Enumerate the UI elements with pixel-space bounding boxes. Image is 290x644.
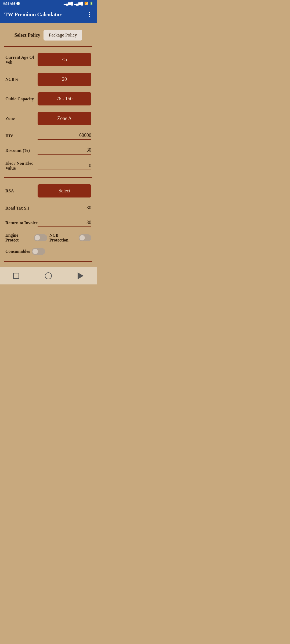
cubic-capacity-button[interactable]: 76 - 150 — [38, 92, 91, 105]
main-content: Select Policy Package Policy Current Age… — [0, 23, 97, 267]
return-invoice-label: Return to Invoice — [5, 221, 38, 225]
idv-row: IDV — [4, 128, 92, 143]
zone-button[interactable]: Zone A — [38, 112, 91, 125]
current-age-label: Current Age Of Veh — [5, 55, 38, 65]
consumables-row: Consumables — [4, 245, 92, 258]
section-divider-bottom — [4, 261, 92, 262]
engine-protect-toggle[interactable] — [34, 234, 47, 241]
consumables-slider — [32, 248, 45, 255]
section-divider-middle — [4, 177, 92, 178]
rsa-select-button[interactable]: Select — [38, 184, 91, 197]
status-bar: 8:52 AM 🕐 ▂▄▆█ ▂▄▆█ 📶 🔋 — [0, 0, 97, 7]
zone-label: Zone — [5, 116, 38, 121]
discount-label: Discount (%) — [5, 148, 38, 153]
discount-row: Discount (%) — [4, 143, 92, 158]
section-divider-top — [4, 46, 92, 47]
engine-protect-slider — [34, 234, 47, 241]
nav-back-button[interactable] — [75, 270, 86, 281]
app-bar: TW Premium Calculator ⋮ — [0, 7, 97, 22]
battery-icon: 🔋 — [89, 2, 93, 6]
engine-protect-label: Engine Protect — [5, 233, 32, 243]
ncb-button[interactable]: 20 — [38, 73, 91, 86]
rsa-label: RSA — [5, 189, 38, 193]
rsa-row: RSA Select — [4, 181, 92, 201]
discount-input[interactable] — [38, 146, 91, 155]
nav-square-button[interactable] — [11, 270, 21, 281]
alarm-icon: 🕐 — [16, 2, 20, 6]
status-time: 8:52 AM — [3, 2, 15, 6]
cubic-capacity-label: Cubic Capacity — [5, 97, 38, 101]
addons-section: RSA Select Road Tax S.I Return to Invoic… — [4, 179, 92, 260]
square-icon — [13, 273, 19, 279]
return-invoice-row: Return to Invoice — [4, 215, 92, 230]
ncb-protection-item: NCB Protection — [49, 233, 91, 243]
road-tax-row: Road Tax S.I — [4, 201, 92, 215]
ncb-protection-label: NCB Protection — [49, 233, 77, 243]
form-section: Current Age Of Veh <5 NCB% 20 Cubic Capa… — [4, 48, 92, 176]
road-tax-input[interactable] — [38, 204, 91, 212]
elec-input[interactable] — [38, 162, 91, 170]
return-invoice-input[interactable] — [38, 219, 91, 227]
cubic-capacity-row: Cubic Capacity 76 - 150 — [4, 89, 92, 109]
circle-icon — [45, 272, 52, 279]
consumables-label: Consumables — [5, 249, 30, 254]
policy-label: Select Policy — [15, 32, 40, 38]
bottom-nav — [0, 267, 97, 284]
engine-ncb-row: Engine Protect NCB Protection — [4, 230, 92, 245]
ncb-row: NCB% 20 — [4, 69, 92, 89]
wifi-icon: 📶 — [84, 2, 88, 6]
engine-protect-item: Engine Protect — [5, 233, 47, 243]
current-age-button[interactable]: <5 — [38, 53, 91, 66]
policy-package-button[interactable]: Package Policy — [44, 30, 82, 41]
status-left: 8:52 AM 🕐 — [3, 2, 20, 6]
consumables-toggle[interactable] — [32, 248, 45, 255]
ncb-label: NCB% — [5, 77, 38, 82]
policy-row: Select Policy Package Policy — [4, 27, 92, 45]
idv-label: IDV — [5, 133, 38, 138]
app-title: TW Premium Calculator — [4, 12, 62, 18]
triangle-icon — [78, 272, 84, 279]
signal-icon: ▂▄▆█ ▂▄▆█ — [64, 2, 83, 6]
elec-row: Elec / Non Elec Value — [4, 158, 92, 174]
road-tax-label: Road Tax S.I — [5, 206, 38, 211]
ncb-protection-toggle[interactable] — [79, 234, 91, 241]
current-age-row: Current Age Of Veh <5 — [4, 50, 92, 69]
nav-home-button[interactable] — [43, 270, 54, 281]
ncb-protection-slider — [79, 234, 91, 241]
idv-input[interactable] — [38, 131, 91, 140]
zone-row: Zone Zone A — [4, 109, 92, 128]
elec-label: Elec / Non Elec Value — [5, 161, 38, 171]
status-right: ▂▄▆█ ▂▄▆█ 📶 🔋 — [64, 2, 93, 6]
more-options-icon[interactable]: ⋮ — [86, 11, 92, 18]
